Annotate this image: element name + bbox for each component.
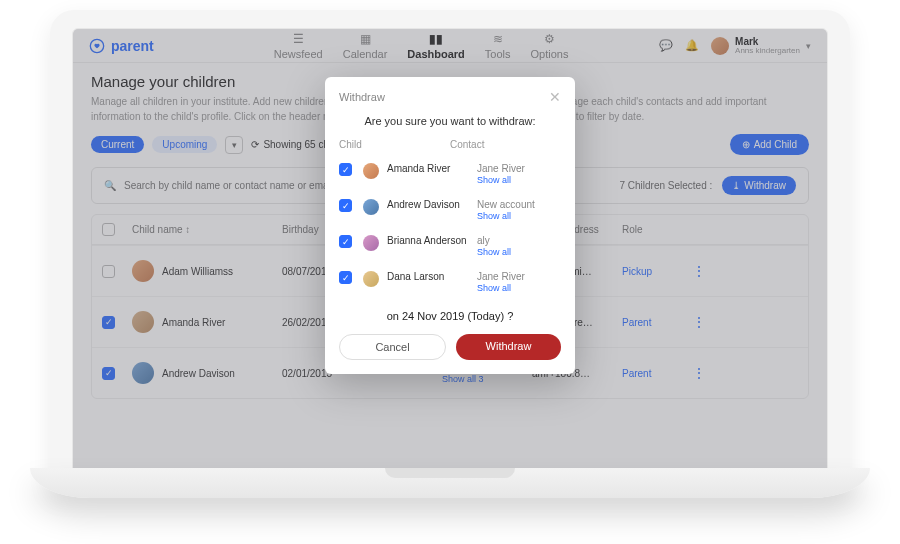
modal-row: ✓ Amanda River Jane RiverShow all: [339, 156, 561, 192]
modal-contact: Jane River: [477, 271, 525, 282]
laptop-base: [30, 468, 870, 498]
modal-avatar: [363, 235, 379, 251]
withdraw-modal: Withdraw ✕ Are you sure you want to with…: [325, 77, 575, 374]
modal-question: Are you sure you want to withdraw:: [339, 115, 561, 127]
modal-contact: aly: [477, 235, 490, 246]
modal-col-child: Child: [339, 139, 450, 150]
modal-contact: Jane River: [477, 163, 525, 174]
modal-checkbox[interactable]: ✓: [339, 163, 352, 176]
modal-show-all[interactable]: Show all: [477, 175, 511, 185]
modal-show-all[interactable]: Show all: [477, 283, 511, 293]
modal-child-name: Andrew Davison: [387, 199, 471, 210]
modal-child-name: Brianna Anderson: [387, 235, 471, 246]
modal-row: ✓ Dana Larson Jane RiverShow all: [339, 264, 561, 300]
modal-show-all[interactable]: Show all: [477, 211, 511, 221]
modal-contact: New account: [477, 199, 535, 210]
modal-row: ✓ Andrew Davison New accountShow all: [339, 192, 561, 228]
modal-avatar: [363, 163, 379, 179]
modal-show-all[interactable]: Show all: [477, 247, 511, 257]
modal-date: on 24 Nov 2019 (Today) ?: [339, 310, 561, 322]
modal-col-contact: Contact: [450, 139, 561, 150]
cancel-button[interactable]: Cancel: [339, 334, 446, 360]
modal-child-name: Amanda River: [387, 163, 471, 174]
close-icon[interactable]: ✕: [549, 89, 561, 105]
modal-avatar: [363, 199, 379, 215]
modal-checkbox[interactable]: ✓: [339, 271, 352, 284]
modal-child-name: Dana Larson: [387, 271, 471, 282]
modal-avatar: [363, 271, 379, 287]
modal-checkbox[interactable]: ✓: [339, 235, 352, 248]
modal-title: Withdraw: [339, 91, 385, 103]
modal-checkbox[interactable]: ✓: [339, 199, 352, 212]
confirm-withdraw-button[interactable]: Withdraw: [456, 334, 561, 360]
modal-row: ✓ Brianna Anderson alyShow all: [339, 228, 561, 264]
